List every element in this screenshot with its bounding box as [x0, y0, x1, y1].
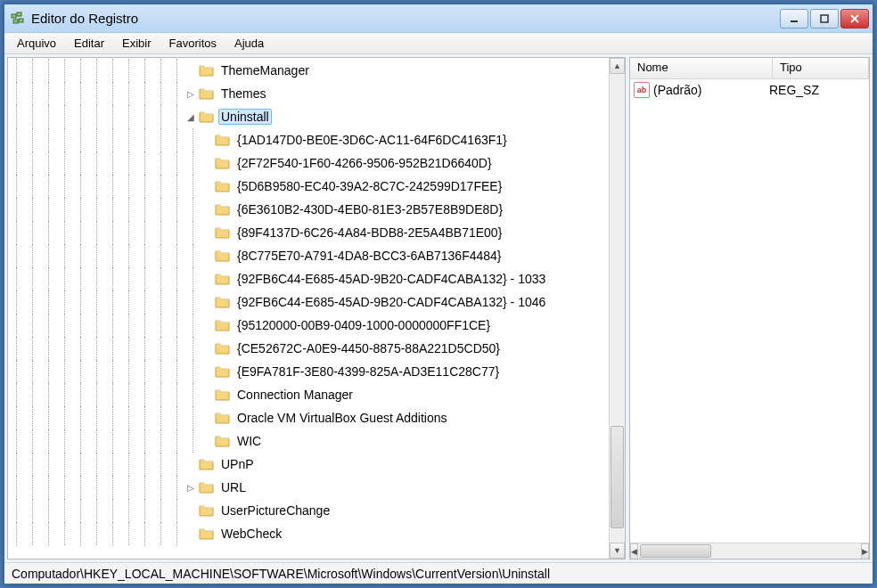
- tree-expander-icon: [201, 151, 213, 175]
- svg-rect-0: [12, 14, 16, 18]
- menu-ajuda[interactable]: Ajuda: [225, 35, 273, 52]
- app-icon: [10, 11, 26, 27]
- tree-item[interactable]: {5D6B9580-EC40-39A2-8C7C-242599D17FEE}: [8, 175, 609, 198]
- tree-item-label: {2F72F540-1F60-4266-9506-952B21D6640D}: [234, 155, 495, 171]
- maximize-button[interactable]: [810, 9, 839, 29]
- tree-expander-icon: [201, 360, 213, 383]
- folder-icon: [199, 110, 215, 124]
- tree-item[interactable]: {1AD147D0-BE0E-3D6C-AC11-64F6DC4163F1}: [8, 128, 609, 151]
- tree-item[interactable]: {6E3610B2-430D-4EB0-81E3-2B57E8B9DE8D}: [8, 198, 609, 221]
- tree-item[interactable]: {89F4137D-6C26-4A84-BDB8-2E5A4BB71E00}: [8, 221, 609, 244]
- tree-item[interactable]: UPnP: [8, 453, 609, 476]
- menu-exibir[interactable]: Exibir: [113, 35, 160, 52]
- folder-icon: [215, 202, 231, 216]
- window-controls: [780, 9, 869, 29]
- tree-view[interactable]: ThemeManager▷Themes◢Uninstall{1AD147D0-B…: [8, 58, 609, 559]
- tree-expander-icon[interactable]: ▷: [184, 82, 197, 105]
- tree-expander-icon: [201, 175, 213, 198]
- tree-item[interactable]: {92FB6C44-E685-45AD-9B20-CADF4CABA132} -…: [8, 290, 609, 314]
- values-panel: Nome Tipo ab(Padrão)REG_SZ ◀ ▶: [629, 57, 870, 559]
- folder-icon: [215, 364, 231, 379]
- tree-expander-icon: [201, 383, 213, 406]
- tree-item[interactable]: WebCheck: [8, 522, 609, 545]
- tree-item-label: {89F4137D-6C26-4A84-BDB8-2E5A4BB71E00}: [234, 225, 504, 241]
- tree-item-label: URL: [218, 479, 249, 495]
- tree-item[interactable]: UserPictureChange: [8, 499, 609, 522]
- tree-expander-icon: [201, 128, 213, 151]
- tree-item-label: {CE52672C-A0E9-4450-8875-88A221D5CD50}: [234, 340, 503, 356]
- scroll-left-button[interactable]: ◀: [630, 543, 638, 559]
- tree-item[interactable]: {8C775E70-A791-4DA8-BCC3-6AB7136F4484}: [8, 244, 609, 267]
- tree-expander-icon: [201, 314, 213, 337]
- close-button[interactable]: [840, 9, 869, 29]
- scroll-up-button[interactable]: ▲: [610, 58, 625, 74]
- folder-icon: [215, 179, 231, 193]
- tree-item[interactable]: WIC: [8, 429, 609, 453]
- tree-item[interactable]: Connection Manager: [8, 383, 609, 406]
- registry-editor-window: Editor do Registro Arquivo Editar Exibir…: [4, 4, 873, 584]
- folder-icon: [199, 527, 215, 541]
- scroll-track-h[interactable]: [638, 543, 861, 559]
- content-area: ThemeManager▷Themes◢Uninstall{1AD147D0-B…: [4, 54, 873, 562]
- menu-favoritos[interactable]: Favoritos: [160, 35, 225, 52]
- folder-icon: [215, 133, 231, 147]
- tree-item[interactable]: ThemeManager: [8, 59, 609, 82]
- folder-icon: [215, 225, 231, 240]
- scroll-track[interactable]: [610, 74, 625, 543]
- tree-item[interactable]: {92FB6C44-E685-45AD-9B20-CADF4CABA132} -…: [8, 267, 609, 290]
- svg-rect-1: [17, 12, 21, 16]
- menu-arquivo[interactable]: Arquivo: [8, 35, 65, 52]
- tree-item[interactable]: ◢Uninstall: [8, 105, 609, 128]
- tree-expander-icon[interactable]: ◢: [184, 105, 197, 128]
- minimize-button[interactable]: [780, 9, 808, 29]
- tree-expander-icon[interactable]: ▷: [184, 476, 197, 499]
- menu-editar[interactable]: Editar: [65, 35, 113, 52]
- tree-item[interactable]: {2F72F540-1F60-4266-9506-952B21D6640D}: [8, 151, 609, 175]
- folder-icon: [215, 434, 231, 448]
- tree-item-label: Connection Manager: [234, 387, 356, 403]
- tree-item[interactable]: ▷URL: [8, 476, 609, 499]
- tree-item-label: UPnP: [218, 456, 257, 472]
- tree-expander-icon: [184, 59, 197, 82]
- tree-item[interactable]: Oracle VM VirtualBox Guest Additions: [8, 406, 609, 429]
- statusbar: Computador\HKEY_LOCAL_MACHINE\SOFTWARE\M…: [4, 562, 873, 584]
- tree-item[interactable]: {CE52672C-A0E9-4450-8875-88A221D5CD50}: [8, 337, 609, 360]
- tree-item-label: {8C775E70-A791-4DA8-BCC3-6AB7136F4484}: [234, 248, 504, 264]
- tree-item-label: Oracle VM VirtualBox Guest Additions: [234, 410, 450, 426]
- svg-rect-2: [13, 20, 18, 23]
- folder-icon: [215, 156, 231, 170]
- scroll-down-button[interactable]: ▼: [610, 543, 625, 559]
- titlebar[interactable]: Editor do Registro: [4, 4, 873, 33]
- svg-rect-4: [791, 20, 798, 22]
- tree-expander-icon: [184, 522, 197, 545]
- folder-icon: [199, 457, 215, 471]
- tree-expander-icon: [184, 453, 197, 476]
- tree-item-label: ThemeManager: [218, 62, 312, 78]
- values-list[interactable]: ab(Padrão)REG_SZ: [630, 79, 869, 543]
- tree-expander-icon: [184, 499, 197, 522]
- tree-item-label: UserPictureChange: [218, 502, 332, 519]
- value-name: (Padrão): [653, 83, 769, 97]
- tree-item-label: {92FB6C44-E685-45AD-9B20-CADF4CABA132} -…: [234, 271, 548, 287]
- svg-rect-5: [821, 15, 828, 22]
- string-value-icon: ab: [634, 82, 650, 98]
- folder-icon: [215, 249, 231, 263]
- folder-icon: [199, 63, 215, 78]
- tree-item[interactable]: {E9FA781F-3E80-4399-825A-AD3E11C28C77}: [8, 360, 609, 383]
- value-row[interactable]: ab(Padrão)REG_SZ: [630, 79, 869, 101]
- tree-item-label: WIC: [234, 433, 264, 449]
- tree-item[interactable]: ▷Themes: [8, 82, 609, 105]
- scroll-right-button[interactable]: ▶: [861, 543, 869, 559]
- tree-item-label: {92FB6C44-E685-45AD-9B20-CADF4CABA132} -…: [234, 294, 548, 310]
- tree-expander-icon: [201, 267, 213, 290]
- tree-item[interactable]: {95120000-00B9-0409-1000-0000000FF1CE}: [8, 314, 609, 337]
- tree-item-label: Uninstall: [218, 109, 272, 125]
- folder-icon: [215, 341, 231, 355]
- folder-icon: [215, 388, 231, 402]
- column-header-name[interactable]: Nome: [630, 58, 773, 78]
- tree-item-label: {95120000-00B9-0409-1000-0000000FF1CE}: [234, 317, 493, 333]
- scroll-thumb[interactable]: [611, 426, 624, 529]
- scroll-thumb-h[interactable]: [640, 544, 711, 558]
- column-header-type[interactable]: Tipo: [773, 58, 869, 78]
- tree-item-label: WebCheck: [218, 526, 284, 542]
